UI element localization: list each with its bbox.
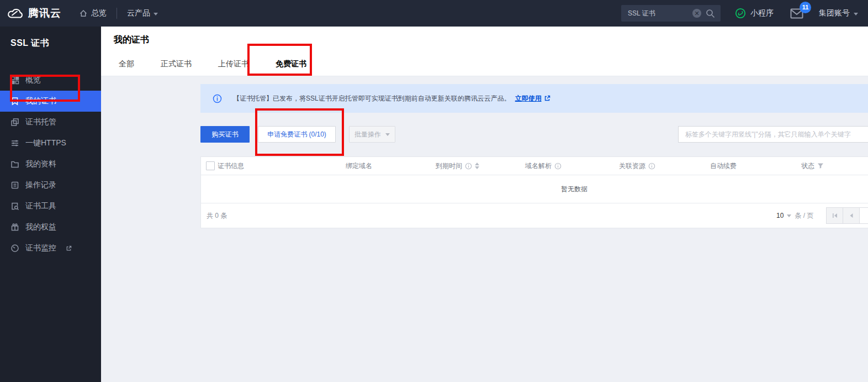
chevron-down-icon xyxy=(385,133,390,136)
mail-entry[interactable]: 11 xyxy=(790,8,803,19)
account-menu[interactable]: 集团账号 xyxy=(819,8,858,18)
sidebar-item-cert-hosting[interactable]: 证书托管 xyxy=(0,112,101,133)
sliders-icon xyxy=(10,139,19,148)
sidebar-item-label: 证书监控 xyxy=(25,243,56,253)
empty-state-text: 暂无数据 xyxy=(201,175,868,203)
column-cert-info: 证书信息 xyxy=(218,161,346,171)
sidebar-item-label: 我的资料 xyxy=(25,159,56,169)
column-label: 自动续费 xyxy=(710,161,737,171)
use-now-link[interactable]: 立即使用 xyxy=(515,94,542,103)
tab-free-certificates[interactable]: 免费证书 xyxy=(270,54,312,76)
column-expire-time: 到期时间 xyxy=(436,161,525,171)
prev-page-button[interactable] xyxy=(843,207,860,224)
topbar-search: ✕ xyxy=(621,5,721,22)
sidebar-item-label: 证书工具 xyxy=(25,201,56,211)
notice-text: 【证书托管】已发布，将SSL证书开启托管即可实现证书到期前自动更新关联的腾讯云云… xyxy=(233,94,511,103)
column-label: 到期时间 xyxy=(436,161,462,171)
sort-icon[interactable] xyxy=(475,163,479,169)
record-icon xyxy=(10,181,19,190)
sidebar-item-label: 概览 xyxy=(25,75,41,85)
info-icon[interactable] xyxy=(554,163,562,170)
search-icon[interactable] xyxy=(706,9,715,18)
topbar: 腾讯云 总览 云产品 ✕ xyxy=(0,0,868,27)
sidebar-item-one-click-https[interactable]: 一键HTTPS xyxy=(0,133,101,154)
info-icon[interactable] xyxy=(648,163,655,170)
certificate-table: 证书信息 绑定域名 到期时间 xyxy=(200,156,868,228)
page-size-value: 10 xyxy=(776,212,784,219)
select-all-checkbox[interactable] xyxy=(206,161,215,170)
tag-keyword-search-input[interactable] xyxy=(678,126,868,143)
first-page-button[interactable] xyxy=(826,207,843,224)
tab-uploaded-certificates[interactable]: 上传证书 xyxy=(213,54,255,76)
info-icon xyxy=(213,94,222,103)
sidebar-item-my-benefits[interactable]: 我的权益 xyxy=(0,217,101,238)
tab-paid-certificates[interactable]: 正式证书 xyxy=(155,54,197,76)
batch-operation-label: 批量操作 xyxy=(354,130,381,139)
nav-overview-label: 总览 xyxy=(91,8,107,18)
filter-icon[interactable] xyxy=(817,163,824,169)
column-status: 状态 xyxy=(801,161,868,171)
chevron-down-icon xyxy=(787,214,791,217)
main-area: 我的证书 全部 正式证书 上传证书 免费证书 【证书托管】已发布，将SSL证书开… xyxy=(101,27,868,382)
monitor-icon xyxy=(10,244,19,253)
sidebar-item-cert-monitor[interactable]: 证书监控 xyxy=(0,238,101,259)
miniprogram-entry[interactable]: 小程序 xyxy=(735,8,774,19)
grid-icon xyxy=(10,76,19,85)
nav-products[interactable]: 云产品 xyxy=(117,0,168,27)
column-label: 关联资源 xyxy=(619,161,645,171)
tencent-cloud-logo[interactable]: 腾讯云 xyxy=(0,6,69,20)
sidebar-title: SSL 证书 xyxy=(0,27,101,49)
pager xyxy=(827,207,868,224)
column-domain-resolution: 域名解析 xyxy=(525,161,619,171)
sidebar: SSL 证书 概览 我的证书 xyxy=(0,27,101,382)
page-title: 我的证书 xyxy=(114,34,149,46)
folder-icon xyxy=(10,160,19,169)
page-header: 我的证书 全部 正式证书 上传证书 免费证书 xyxy=(101,27,868,76)
column-label: 状态 xyxy=(801,161,814,171)
hosting-icon xyxy=(10,118,19,127)
current-page-box[interactable] xyxy=(859,207,868,224)
sidebar-item-operation-records[interactable]: 操作记录 xyxy=(0,175,101,196)
account-label: 集团账号 xyxy=(819,8,850,18)
tab-all[interactable]: 全部 xyxy=(113,54,140,76)
column-label: 域名解析 xyxy=(525,161,552,171)
column-bound-domain: 绑定域名 xyxy=(346,161,436,171)
external-link-icon[interactable] xyxy=(544,95,551,102)
table-body: 暂无数据 xyxy=(201,175,868,203)
home-icon xyxy=(79,9,88,18)
info-icon[interactable] xyxy=(465,163,472,170)
cloud-logo-icon xyxy=(7,7,23,19)
buy-certificate-button[interactable]: 购买证书 xyxy=(200,126,250,143)
column-associated-resources: 关联资源 xyxy=(619,161,710,171)
nav-overview[interactable]: 总览 xyxy=(69,0,117,27)
sidebar-item-my-profile[interactable]: 我的资料 xyxy=(0,154,101,175)
sidebar-item-overview[interactable]: 概览 xyxy=(0,70,101,91)
column-auto-renewal: 自动续费 xyxy=(710,161,801,171)
column-label: 绑定域名 xyxy=(346,161,372,171)
nav-products-label: 云产品 xyxy=(127,8,150,18)
notice-banner: 【证书托管】已发布，将SSL证书开启托管即可实现证书到期前自动更新关联的腾讯云云… xyxy=(200,84,868,113)
toolbar: 购买证书 申请免费证书 (0/10) 批量操作 xyxy=(200,126,868,143)
benefit-icon xyxy=(10,223,19,232)
certificate-icon xyxy=(10,97,19,106)
page-size-unit: 条 / 页 xyxy=(795,211,813,221)
topbar-search-input[interactable] xyxy=(621,9,692,17)
total-count: 共 0 条 xyxy=(207,203,227,228)
batch-operation-button[interactable]: 批量操作 xyxy=(349,126,395,143)
tool-icon xyxy=(10,202,19,211)
miniprogram-icon xyxy=(735,8,746,19)
brand-name: 腾讯云 xyxy=(28,6,61,20)
sidebar-item-label: 我的证书 xyxy=(25,96,56,106)
table-header-row: 证书信息 绑定域名 到期时间 xyxy=(201,157,868,175)
chevron-down-icon xyxy=(154,13,158,15)
column-label: 证书信息 xyxy=(218,161,244,171)
tab-bar: 全部 正式证书 上传证书 免费证书 xyxy=(113,54,327,76)
chevron-down-icon xyxy=(854,13,858,15)
sidebar-item-cert-tools[interactable]: 证书工具 xyxy=(0,196,101,217)
apply-free-certificate-button[interactable]: 申请免费证书 (0/10) xyxy=(258,126,336,143)
sidebar-item-my-certificates[interactable]: 我的证书 xyxy=(0,91,101,112)
content-area: 【证书托管】已发布，将SSL证书开启托管即可实现证书到期前自动更新关联的腾讯云云… xyxy=(101,77,868,382)
sidebar-item-label: 我的权益 xyxy=(25,222,56,232)
clear-search-icon[interactable]: ✕ xyxy=(692,9,701,18)
page-size-select[interactable]: 10 条 / 页 xyxy=(776,203,813,228)
